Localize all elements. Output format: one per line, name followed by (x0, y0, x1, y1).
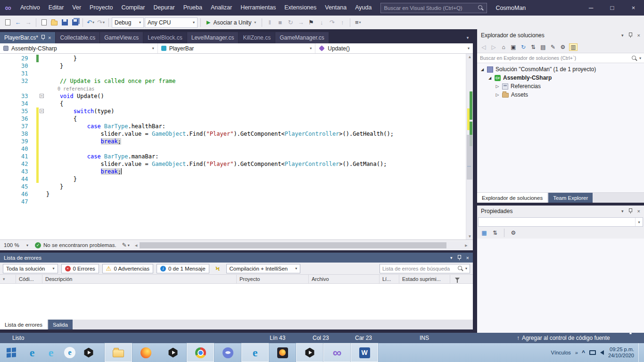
back-icon[interactable]: ◁ (480, 44, 487, 50)
display-tray-icon[interactable] (589, 350, 596, 355)
quick-search[interactable] (380, 3, 487, 13)
errors-toggle-button[interactable]: × 0 Errores (61, 264, 99, 273)
property-pages-icon[interactable]: ⚙ (510, 230, 517, 236)
step-into-icon[interactable]: ↓ (317, 17, 326, 28)
code-line[interactable]: 29 } (0, 55, 473, 62)
menu-item-analizar[interactable]: Analizar (206, 0, 236, 16)
preview-selected-items-icon[interactable]: ▥ (569, 43, 578, 51)
code-line[interactable]: 37 case BarType.healthBar: (0, 123, 473, 130)
stop-debug-icon[interactable]: ■ (275, 17, 285, 28)
categorized-view-icon[interactable]: ▦ (480, 230, 488, 236)
taskbar-button-edge[interactable]: e (23, 343, 41, 362)
panel-dropdown-icon[interactable]: ▾ (621, 33, 624, 38)
taskbar-button-unity[interactable] (79, 343, 98, 362)
column-header-descripcion[interactable]: Descripción (42, 275, 237, 283)
document-tab-gamemanager-cs[interactable]: GameManager.cs (275, 32, 329, 43)
column-header-archivo[interactable]: Archivo (309, 275, 380, 283)
panel-tab-salida[interactable]: Salida (48, 320, 73, 329)
taskbar-button-edge[interactable]: e (241, 343, 269, 362)
code-line[interactable]: 39 break; (0, 138, 473, 145)
new-project-icon[interactable] (39, 17, 49, 28)
panel-dropdown-icon[interactable]: ▾ (621, 209, 624, 214)
step-out-icon[interactable]: ↑ (338, 17, 347, 28)
links-expand-icon[interactable]: » (575, 350, 578, 355)
code-line[interactable]: 32 // Update is called once per frame (0, 77, 473, 85)
save-all-icon[interactable] (70, 17, 80, 28)
pin-icon[interactable] (41, 35, 45, 41)
warnings-toggle-button[interactable]: ⚠ 0 Advertencias (102, 264, 153, 273)
document-tab-killzone-cs[interactable]: KillZone.cs (239, 32, 275, 43)
start-button[interactable] (0, 343, 23, 362)
document-tab-gameview-cs[interactable]: GameView.cs (100, 32, 143, 43)
tree-item-assets[interactable]: ▷Assets (477, 90, 644, 99)
show-all-files-icon[interactable]: ▤ (539, 44, 547, 50)
document-list-icon[interactable]: ▾ (462, 32, 473, 43)
code-line[interactable]: 41 case BarType.manaBar: (0, 153, 473, 160)
error-list-search-input[interactable] (382, 266, 455, 272)
tree-item-referencias[interactable]: ▷Referencias (477, 82, 644, 90)
properties-object-select[interactable]: ▾ (478, 217, 643, 227)
health-indicator[interactable]: ✓ No se encontraron problemas. (35, 242, 116, 248)
platform-select[interactable]: Any CPU ▾ (145, 17, 198, 28)
links-toolbar-label[interactable]: Vínculos (551, 350, 571, 355)
scrollbar-thumb[interactable] (140, 242, 446, 248)
taskbar-button-edge-light[interactable]: e (60, 343, 79, 362)
add-to-source-control-button[interactable]: ↑ Agregar al control de código fuente (517, 333, 610, 343)
close-button[interactable]: × (623, 0, 644, 16)
properties-icon[interactable]: ✎ (549, 44, 557, 50)
code-line[interactable]: 31 (0, 70, 473, 77)
taskbar-button-firefox[interactable] (132, 343, 159, 362)
show-desktop-button[interactable] (638, 343, 642, 362)
tree-item-assembly-csharp[interactable]: ◢C#Assembly-CSharp (477, 74, 644, 82)
column-header-proyecto[interactable]: Proyecto (237, 275, 309, 283)
volume-tray-icon[interactable] (600, 350, 604, 355)
navigate-forward-icon[interactable]: → (24, 17, 33, 28)
scroll-down-icon[interactable]: ▼ (466, 234, 473, 239)
code-line[interactable]: 36 { (0, 115, 473, 123)
code-editor[interactable]: 29 }30 }3132 // Update is called once pe… (0, 54, 473, 239)
zoom-select[interactable]: 100 % ▾ (2, 242, 30, 248)
column-header-codi[interactable]: Códi... (16, 275, 42, 283)
menu-item-archivo[interactable]: Archivo (16, 0, 44, 16)
intellisense-filter-icon[interactable]: Ϟ (213, 264, 223, 273)
vertical-splitter[interactable] (473, 29, 477, 333)
maximize-button[interactable]: □ (602, 0, 623, 16)
taskbar-button-discord[interactable] (214, 343, 241, 362)
messages-toggle-button[interactable]: i 0 de 1 Mensaje (157, 264, 209, 273)
error-list-search[interactable]: ▾ (380, 264, 470, 273)
taskbar-button-unity[interactable] (159, 343, 187, 362)
document-tab-collectable-cs[interactable]: Collectable.cs (56, 32, 99, 43)
taskbar-button-ie[interactable]: e (41, 343, 60, 362)
chevron-down-icon[interactable]: ▾ (635, 218, 643, 226)
save-icon[interactable] (60, 17, 69, 28)
toolbar-options-icon[interactable]: ≡▾ (353, 17, 363, 28)
settings-icon[interactable]: ⚙ (559, 44, 567, 50)
minimize-button[interactable]: ─ (580, 0, 602, 16)
panel-tab-team-explorer[interactable]: Team Explorer (548, 193, 593, 203)
step-over-icon[interactable]: ↷ (327, 17, 337, 28)
close-icon[interactable]: × (637, 33, 640, 38)
collapse-icon[interactable]: − (40, 109, 44, 113)
menu-item-editar[interactable]: Editar (44, 0, 68, 16)
attach-to-unity-button[interactable]: ▶ Asociar a Unity ▾ (204, 17, 259, 28)
taskbar-button-explorer[interactable] (105, 343, 132, 362)
pin-icon[interactable] (628, 208, 633, 214)
flag-icon[interactable]: ⚑ (306, 17, 316, 28)
scroll-left-icon[interactable]: ◀ (133, 242, 139, 249)
solution-explorer-search-input[interactable] (480, 55, 629, 61)
close-icon[interactable]: × (637, 208, 640, 214)
collapse-icon[interactable]: − (40, 94, 44, 98)
code-line[interactable]: 35− switch(type) (0, 107, 473, 115)
scope-filter-select[interactable]: Toda la solución ▾ (3, 264, 58, 273)
menu-item-compilar[interactable]: Compilar (117, 0, 149, 16)
panel-dropdown-icon[interactable]: ▾ (450, 255, 453, 260)
code-line[interactable]: 30 } (0, 62, 473, 70)
menu-item-ayuda[interactable]: Ayuda (351, 0, 376, 16)
scroll-up-icon[interactable]: ▲ (466, 55, 473, 59)
taskbar-button-unity[interactable] (296, 343, 323, 362)
code-line[interactable]: 47 (0, 198, 473, 206)
code-line[interactable]: 34 { (0, 100, 473, 107)
expander-collapsed-icon[interactable]: ▷ (495, 84, 500, 89)
collapse-all-icon[interactable]: ⇅ (529, 44, 537, 50)
expander-collapsed-icon[interactable]: ▷ (495, 92, 500, 97)
